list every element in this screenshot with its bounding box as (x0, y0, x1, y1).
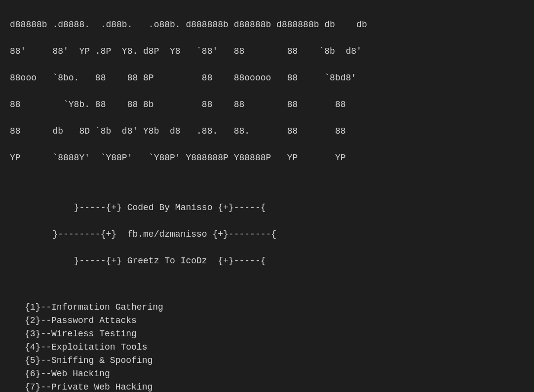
menu-item: {2}--Password Attacks (25, 314, 524, 327)
menu-item: {6}--Web Hacking (25, 367, 524, 381)
menu-item: {1}--Information Gathering (25, 301, 524, 314)
ascii-banner: d88888b .d8888. .d88b. .o88b. d888888b d… (10, 5, 524, 178)
credits-line: }--------{+} fb.me/dzmanisso {+}--------… (10, 228, 524, 241)
banner-line: 88 `Y8b. 88 88 8b 88 88 88 88 (10, 98, 524, 111)
banner-line: YP `8888Y' `Y88P' `Y88P' Y888888P Y88888… (10, 151, 524, 165)
banner-line: 88' 88' YP .8P Y8. d8P Y8 `88' 88 88 `8b… (10, 45, 524, 58)
banner-line: 88 db 8D `8b d8' Y8b d8 .88. 88. 88 88 (10, 125, 524, 138)
main-menu: {1}--Information Gathering {2}--Password… (25, 301, 524, 392)
banner-line: d88888b .d8888. .d88b. .o88b. d888888b d… (10, 18, 524, 32)
credits-line: }-----{+} Greetz To IcoDz {+}-----{ (10, 254, 524, 268)
menu-item: {4}--Exploitation Tools (25, 341, 524, 354)
menu-item: {7}--Private Web Hacking (25, 381, 524, 392)
credits-line: }-----{+} Coded By Manisso {+}-----{ (10, 201, 524, 214)
banner-line: 88ooo `8bo. 88 88 8P 88 88ooooo 88 `8bd8… (10, 71, 524, 85)
credits-block: }-----{+} Coded By Manisso {+}-----{ }--… (10, 188, 524, 281)
menu-item: {3}--Wireless Testing (25, 327, 524, 341)
menu-item: {5}--Sniffing & Spoofing (25, 354, 524, 367)
